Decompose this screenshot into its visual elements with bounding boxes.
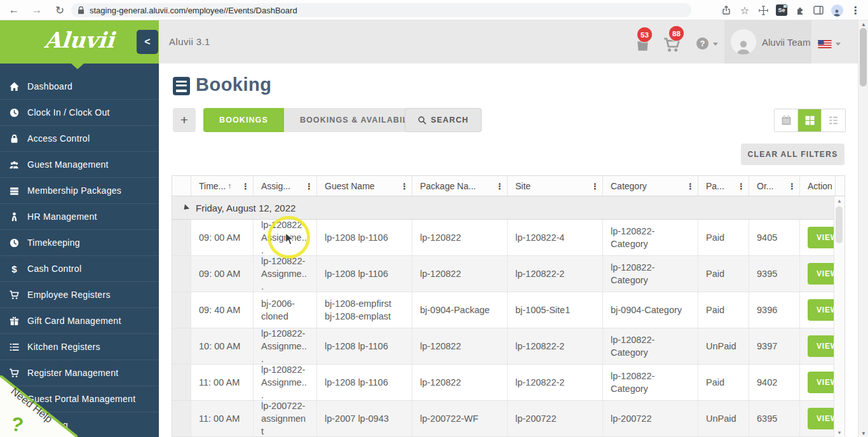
column-label: Pa... bbox=[706, 181, 724, 191]
page-title: Booking bbox=[196, 74, 272, 95]
sidebar-item-cash-control[interactable]: $Cash Control bbox=[0, 256, 159, 282]
sidebar-item-kitchen-registers[interactable]: Kitchen Registers bbox=[0, 334, 159, 360]
column-label: Package Na... bbox=[420, 181, 476, 191]
tab-bookings[interactable]: BOOKINGS bbox=[203, 108, 284, 132]
main-content: Booking + BOOKINGS BOOKINGS & AVAILABILI… bbox=[159, 64, 858, 437]
column-header-pa[interactable]: Pa...⋮ bbox=[698, 176, 749, 196]
sidebar-item-membership-packages[interactable]: Membership Packages bbox=[0, 178, 159, 204]
sidebar-item-gift-card-management[interactable]: Gift Card Management bbox=[0, 308, 159, 334]
extensions-puzzle-icon[interactable] bbox=[794, 4, 806, 17]
browser-menu-icon[interactable]: ⋮ bbox=[849, 4, 862, 17]
column-header-time[interactable]: Time...↑⋮ bbox=[191, 176, 254, 196]
sidebar-item-label: Dashboard bbox=[27, 81, 72, 91]
search-button[interactable]: SEARCH bbox=[405, 108, 482, 132]
page-scrollbar-thumb[interactable] bbox=[860, 28, 867, 86]
sidebar-item-label: Cash Control bbox=[27, 264, 81, 274]
sidebar-item-label: Access Control bbox=[27, 133, 90, 144]
language-flag-icon[interactable] bbox=[818, 39, 832, 51]
table-row[interactable]: 09: 00 AMlp-120822-Assignme...lp-1208 lp… bbox=[172, 220, 835, 256]
cell-assigned: bj-2006-cloned bbox=[254, 292, 317, 328]
cell-package: bj-0904-Package bbox=[412, 292, 508, 328]
cell-category: bj-0904-Category bbox=[603, 292, 698, 328]
column-menu-icon[interactable]: ⋮ bbox=[241, 181, 250, 191]
cell-time: 09: 00 AM bbox=[191, 220, 254, 255]
column-menu-icon[interactable]: ⋮ bbox=[400, 181, 409, 191]
cell-paid: Paid bbox=[698, 292, 749, 328]
side-panel-icon[interactable] bbox=[812, 4, 825, 17]
cell-paid: Paid bbox=[698, 365, 749, 400]
table-row[interactable]: 09: 40 AMbj-2006-clonedbj-1208-empfirst … bbox=[172, 292, 835, 328]
browser-profile-avatar[interactable] bbox=[831, 4, 843, 17]
sidebar-item-employee-registers[interactable]: Employee Registers bbox=[0, 282, 159, 308]
table-row[interactable]: 11: 00 AMlp-200722-assignmentlp-2007 lp-… bbox=[172, 401, 835, 437]
user-avatar bbox=[731, 29, 756, 55]
move-tool-extension-icon[interactable] bbox=[757, 4, 770, 17]
cell-order: 6395 bbox=[749, 401, 800, 436]
column-menu-icon[interactable]: ⋮ bbox=[788, 181, 796, 191]
need-help-ribbon[interactable]: Need Help ? bbox=[0, 375, 78, 437]
cell-action: VIEW bbox=[800, 256, 835, 292]
language-caret-icon[interactable] bbox=[836, 43, 841, 46]
bookmark-star-icon[interactable]: ☆ bbox=[738, 4, 751, 17]
column-header-assig[interactable]: Assig...⋮ bbox=[254, 176, 317, 196]
scroll-up-arrow-icon[interactable]: ▲ bbox=[858, 20, 868, 28]
cell-guest: lp-1208 lp-1106 bbox=[317, 365, 412, 400]
group-collapse-icon[interactable] bbox=[182, 204, 189, 212]
sidebar-header: Aluvii < bbox=[0, 20, 159, 64]
table-scroll-up-icon[interactable]: ▲ bbox=[834, 196, 844, 205]
add-booking-button[interactable]: + bbox=[173, 108, 196, 132]
cell-package: lp-120822 bbox=[412, 220, 508, 255]
browser-reload-icon[interactable]: ↻ bbox=[50, 0, 70, 20]
sidebar-item-timekeeping[interactable]: Timekeeping bbox=[0, 230, 159, 256]
table-row[interactable]: 09: 00 AMlp-120822-Assignme...lp-1208 lp… bbox=[172, 256, 835, 292]
sidebar-item-dashboard[interactable]: Dashboard bbox=[0, 74, 159, 100]
column-menu-icon[interactable]: ⋮ bbox=[305, 181, 313, 191]
cell-site: lp-120822-4 bbox=[508, 220, 603, 255]
table-row[interactable]: 11: 00 AMlp-120822-Assignme...lp-1208 lp… bbox=[172, 365, 835, 401]
column-header-or[interactable]: Or...⋮ bbox=[749, 176, 800, 196]
column-header-site[interactable]: Site⋮ bbox=[508, 176, 603, 196]
clock-icon bbox=[9, 107, 20, 118]
table-scrollbar-thumb[interactable] bbox=[836, 206, 843, 243]
cell-site: lp-120822-2 bbox=[508, 256, 603, 292]
column-header-category[interactable]: Category⋮ bbox=[603, 176, 698, 196]
browser-address-bar[interactable]: staging-general.aluvii.com/employee//Eve… bbox=[71, 3, 691, 17]
page-scrollbar[interactable]: ▲ ▼ bbox=[858, 20, 868, 437]
scroll-down-arrow-icon[interactable]: ▼ bbox=[858, 429, 868, 437]
column-menu-icon[interactable]: ⋮ bbox=[496, 181, 504, 191]
cell-paid: UnPaid bbox=[698, 401, 749, 436]
column-header-action[interactable]: Action bbox=[800, 176, 835, 196]
share-icon[interactable] bbox=[720, 4, 733, 17]
sidebar-item-access-control[interactable]: Access Control bbox=[0, 126, 159, 152]
cell-category: lp-120822-Category bbox=[603, 365, 698, 400]
column-menu-icon[interactable]: ⋮ bbox=[686, 181, 695, 191]
table-scrollbar[interactable]: ▲ ▼ bbox=[834, 196, 844, 437]
grid-view-icon[interactable] bbox=[798, 109, 822, 131]
column-menu-icon[interactable]: ⋮ bbox=[737, 181, 745, 191]
cell-paid: Paid bbox=[698, 256, 749, 292]
table-scroll-down-icon[interactable]: ▼ bbox=[834, 428, 844, 437]
list-view-icon[interactable] bbox=[822, 109, 845, 131]
calendar-view-icon[interactable] bbox=[775, 109, 798, 131]
browser-back-icon[interactable]: ← bbox=[4, 0, 24, 20]
cell-category: lp-120822-Category bbox=[603, 256, 698, 292]
sidebar-item-clock-in-clock-out[interactable]: Clock In / Clock Out bbox=[0, 100, 159, 126]
sidebar-collapse-button[interactable]: < bbox=[137, 30, 158, 54]
sidebar-item-guest-management[interactable]: Guest Management bbox=[0, 152, 159, 178]
selenium-extension-icon[interactable]: Se bbox=[775, 4, 788, 17]
column-header-guest-name[interactable]: Guest Name⋮ bbox=[317, 176, 412, 196]
column-menu-icon[interactable]: ⋮ bbox=[591, 181, 599, 191]
help-icon[interactable]: ? bbox=[696, 37, 709, 50]
user-menu[interactable]: Aluvii Team bbox=[724, 20, 811, 64]
cell-action: VIEW bbox=[800, 365, 835, 400]
clear-all-filters-button[interactable]: CLEAR ALL FILTERS bbox=[741, 144, 844, 165]
cell-paid: Paid bbox=[698, 220, 749, 255]
cell-action: VIEW bbox=[800, 292, 835, 328]
table-body: 09: 00 AMlp-120822-Assignme...lp-1208 lp… bbox=[172, 220, 844, 437]
browser-forward-icon[interactable]: → bbox=[27, 0, 47, 20]
column-header-package-na[interactable]: Package Na...⋮ bbox=[412, 176, 508, 196]
cell-assigned: lp-120822-Assignme... bbox=[254, 220, 317, 255]
group-indent-cell bbox=[172, 401, 191, 436]
sidebar-item-hr-management[interactable]: HR Management bbox=[0, 204, 159, 230]
table-row[interactable]: 10: 00 AMlp-120822-Assignme...lp-1208 lp… bbox=[172, 328, 835, 365]
